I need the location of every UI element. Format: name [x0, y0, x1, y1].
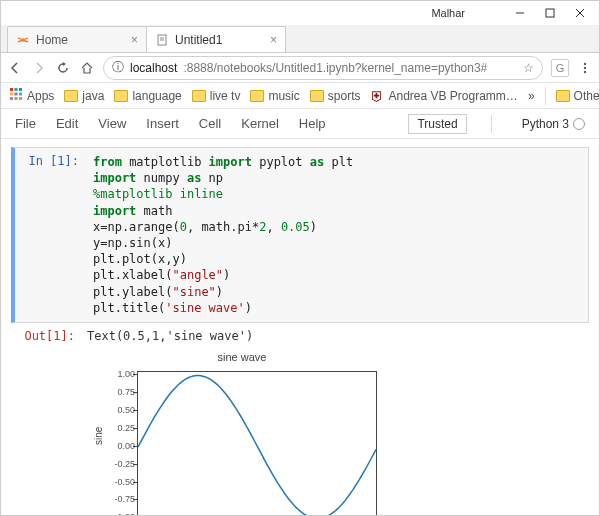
shield-icon: ⛨: [370, 88, 384, 104]
browser-menu-button[interactable]: [577, 60, 593, 76]
svg-point-7: [584, 62, 586, 64]
bookmark-label: Other bookmarks: [574, 89, 600, 103]
svg-rect-17: [15, 97, 18, 100]
svg-point-9: [584, 70, 586, 72]
url-path: :8888/notebooks/Untitled1.ipynb?kernel_n…: [183, 61, 487, 75]
svg-rect-11: [15, 88, 18, 91]
bookmark-andrea-vb[interactable]: ⛨Andrea VB Programm…: [370, 88, 517, 104]
y-tick-mark: [133, 446, 137, 447]
jupyter-menubar: File Edit View Insert Cell Kernel Help T…: [1, 109, 599, 139]
y-tick-mark: [133, 410, 137, 411]
out-prompt: Out[1]:: [11, 327, 81, 345]
close-button[interactable]: [565, 3, 595, 23]
svg-rect-12: [19, 88, 22, 91]
apps-label: Apps: [27, 89, 54, 103]
kernel-indicator[interactable]: Python 3: [522, 117, 585, 131]
folder-icon: [192, 90, 206, 102]
kernel-status-icon: [573, 118, 585, 130]
close-icon[interactable]: ×: [131, 33, 138, 47]
apps-button[interactable]: Apps: [9, 87, 54, 104]
folder-icon: [556, 90, 570, 102]
menu-edit[interactable]: Edit: [56, 116, 78, 131]
chart-axes: [137, 371, 377, 516]
separator: [491, 115, 492, 133]
menu-view[interactable]: View: [98, 116, 126, 131]
menu-kernel[interactable]: Kernel: [241, 116, 279, 131]
browser-tab-untitled[interactable]: Untitled1 ×: [146, 26, 286, 52]
y-tick-mark: [133, 464, 137, 465]
notebook-icon: [155, 33, 169, 47]
separator: [545, 87, 546, 105]
svg-rect-14: [15, 93, 18, 96]
bookmark-overflow-button[interactable]: »: [528, 89, 535, 103]
svg-rect-1: [546, 9, 554, 17]
bookmark-java[interactable]: java: [64, 89, 104, 103]
browser-tabstrip: Home × Untitled1 ×: [1, 25, 599, 53]
forward-button[interactable]: [31, 60, 47, 76]
folder-icon: [64, 90, 78, 102]
maximize-button[interactable]: [535, 3, 565, 23]
back-button[interactable]: [7, 60, 23, 76]
bookmark-music[interactable]: music: [250, 89, 299, 103]
y-tick-label: -1.00: [114, 512, 135, 516]
y-tick-label: -0.25: [114, 459, 135, 469]
folder-icon: [114, 90, 128, 102]
y-tick-mark: [133, 428, 137, 429]
bookmark-label: live tv: [210, 89, 241, 103]
trusted-button[interactable]: Trusted: [408, 114, 466, 134]
y-tick-mark: [133, 392, 137, 393]
url-host: localhost: [130, 61, 177, 75]
y-axis-label: sine: [93, 427, 104, 445]
svg-point-8: [584, 66, 586, 68]
tab-label: Untitled1: [175, 33, 222, 47]
home-button[interactable]: [79, 60, 95, 76]
kernel-name: Python 3: [522, 117, 569, 131]
y-tick-mark: [133, 482, 137, 483]
info-icon: ⓘ: [112, 59, 124, 76]
bookmark-label: sports: [328, 89, 361, 103]
out-text: Text(0.5,1,'sine wave'): [81, 327, 589, 345]
window-user: Malhar: [431, 7, 465, 19]
output-row: Out[1]: Text(0.5,1,'sine wave'): [11, 327, 589, 345]
bookmark-language[interactable]: language: [114, 89, 181, 103]
code-input[interactable]: from matplotlib import pyplot as plt imp…: [85, 148, 588, 322]
y-tick-mark: [133, 499, 137, 500]
svg-rect-10: [10, 88, 13, 91]
code-cell[interactable]: In [1]: from matplotlib import pyplot as…: [11, 147, 589, 323]
chart-title: sine wave: [87, 351, 397, 363]
close-icon[interactable]: ×: [270, 33, 277, 47]
svg-rect-16: [10, 97, 13, 100]
menu-file[interactable]: File: [15, 116, 36, 131]
menu-cell[interactable]: Cell: [199, 116, 221, 131]
bookmarks-bar: Apps java language live tv music sports …: [1, 83, 599, 109]
chart-area: sine angle -1.00-0.75-0.50-0.250.000.250…: [87, 365, 397, 516]
bookmark-label: language: [132, 89, 181, 103]
omnibox[interactable]: ⓘ localhost:8888/notebooks/Untitled1.ipy…: [103, 56, 543, 80]
menu-help[interactable]: Help: [299, 116, 326, 131]
line-series: [138, 372, 378, 516]
other-bookmarks-button[interactable]: Other bookmarks: [556, 89, 600, 103]
menu-insert[interactable]: Insert: [146, 116, 179, 131]
y-tick-label: -0.50: [114, 477, 135, 487]
bookmark-label: java: [82, 89, 104, 103]
y-tick-mark: [133, 374, 137, 375]
in-prompt: In [1]:: [15, 148, 85, 322]
bookmark-label: music: [268, 89, 299, 103]
jupyter-icon: [16, 33, 30, 47]
minimize-button[interactable]: [505, 3, 535, 23]
bookmark-live-tv[interactable]: live tv: [192, 89, 241, 103]
folder-icon: [250, 90, 264, 102]
address-bar: ⓘ localhost:8888/notebooks/Untitled1.ipy…: [1, 53, 599, 83]
plot-output: sine wave sine angle -1.00-0.75-0.50-0.2…: [87, 351, 397, 516]
reload-button[interactable]: [55, 60, 71, 76]
titlebar: Malhar: [1, 1, 599, 25]
browser-tab-home[interactable]: Home ×: [7, 26, 147, 52]
bookmark-star-icon[interactable]: ☆: [523, 61, 534, 75]
svg-rect-15: [19, 93, 22, 96]
search-engine-button[interactable]: G: [551, 59, 569, 77]
svg-rect-18: [19, 97, 22, 100]
apps-icon: [9, 87, 23, 104]
bookmark-label: Andrea VB Programm…: [388, 89, 517, 103]
bookmark-sports[interactable]: sports: [310, 89, 361, 103]
folder-icon: [310, 90, 324, 102]
